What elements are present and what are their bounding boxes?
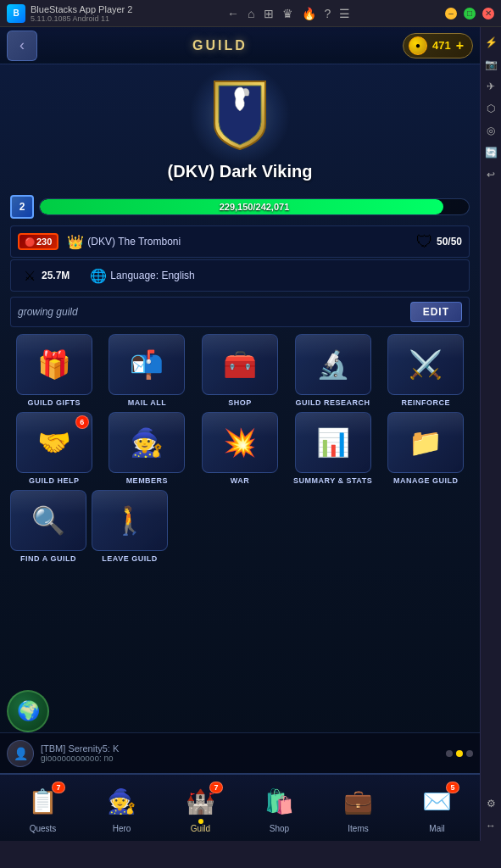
find-guild-label: FIND A GUILD xyxy=(20,554,76,563)
summary-stats-button[interactable]: 📊 SUMMARY & STATS xyxy=(289,412,377,485)
nav-back-icon[interactable]: ← xyxy=(227,7,239,20)
members-icon-wrap: 🧙 xyxy=(109,412,185,473)
tab-guild[interactable]: 🏰 7 Guild xyxy=(175,780,226,837)
xp-bar: 229,150/242,071 xyxy=(39,198,470,215)
menu-icon[interactable]: ☰ xyxy=(339,7,350,20)
sidebar-btn-refresh[interactable]: 🔄 xyxy=(482,144,499,161)
mail-icon: 📬 xyxy=(130,348,164,381)
items-icon: 💼 xyxy=(343,787,373,815)
members-button[interactable]: 🧙 MEMBERS xyxy=(103,412,192,485)
find-guild-icon-wrap: 🔍 xyxy=(10,490,86,551)
guild-language: Language: English xyxy=(110,270,462,281)
sidebar-btn-flight[interactable]: ✈ xyxy=(482,78,499,95)
guild-label: Guild xyxy=(191,824,210,833)
sidebar-btn-settings[interactable]: ⚙ xyxy=(482,795,499,812)
members-icon: 🧙 xyxy=(130,426,164,459)
manage-guild-button[interactable]: 📁 MANAGE GUILD xyxy=(381,412,470,485)
swords-icon: ⚔ xyxy=(18,264,42,287)
summary-stats-label: SUMMARY & STATS xyxy=(293,476,372,485)
guild-research-button[interactable]: 🔬 GUILD RESEARCH xyxy=(289,334,377,407)
summary-icon-wrap: 📊 xyxy=(295,412,371,473)
add-coins-button[interactable]: + xyxy=(456,38,464,53)
world-map-button[interactable]: 🌍 xyxy=(7,690,49,732)
minimize-button[interactable]: – xyxy=(445,8,457,19)
shop-button[interactable]: 🧰 SHOP xyxy=(196,334,284,407)
help-icon[interactable]: ? xyxy=(325,7,331,20)
chat-message: giooooooooooo: no xyxy=(41,754,439,763)
war-label: WAR xyxy=(231,476,250,485)
reinforce-button[interactable]: ⚔️ REINFORCE xyxy=(381,334,470,407)
guild-emblem-area: (DKV) Dark Viking xyxy=(10,73,470,188)
edit-button[interactable]: EDIT xyxy=(410,302,462,322)
chat-text: [TBM] Serenity5: K giooooooooooo: no xyxy=(41,743,439,763)
chat-dot-2 xyxy=(456,750,463,757)
guild-info-table: 🔴 230 👑 (DKV) The Tromboni 🛡 50/50 ⚔ 25.… xyxy=(10,225,470,292)
coin-display: ● 471 + xyxy=(403,33,473,58)
leave-guild-button[interactable]: 🚶 LEAVE GUILD xyxy=(92,490,168,563)
reinforce-icon-wrap: ⚔️ xyxy=(387,334,464,395)
guild-research-icon-wrap: 🔬 xyxy=(295,334,371,395)
tab-items[interactable]: 💼 Items xyxy=(333,780,384,837)
guild-emblem xyxy=(198,73,282,158)
mail-tab-badge: 5 xyxy=(446,782,459,793)
handshake-icon: 🤝 xyxy=(37,426,71,459)
guild-shield-icon xyxy=(206,77,274,153)
reinforce-label: REINFORCE xyxy=(401,398,450,407)
titlebar-center: ← ⌂ ⊞ ♛ 🔥 ? ☰ xyxy=(227,7,350,20)
members-label: MEMBERS xyxy=(126,476,169,485)
guild-active-indicator xyxy=(198,819,203,824)
tab-quests[interactable]: 📋 7 Quests xyxy=(18,780,69,837)
right-sidebar: ⚡ 📷 ✈ ⬡ ◎ 🔄 ↩ ⚙ ↔ xyxy=(480,27,501,841)
guild-help-label: GUILD HELP xyxy=(29,476,80,485)
titlebar: B BlueStacks App Player 2 5.11.0.1085 An… xyxy=(0,0,501,27)
shop-tab-icon-wrap: 🛍️ xyxy=(261,783,298,821)
guild-level-badge: 2 xyxy=(10,195,34,219)
tab-shop[interactable]: 🛍️ Shop xyxy=(254,780,305,837)
fire-icon[interactable]: 🔥 xyxy=(302,7,316,20)
stats-icon: 📊 xyxy=(316,426,350,459)
guild-help-button[interactable]: 6 🤝 GUILD HELP xyxy=(10,412,98,485)
game-topbar: ‹ GUILD ● 471 + xyxy=(0,27,480,64)
mail-all-button[interactable]: 📬 MAIL ALL xyxy=(103,334,192,407)
guild-description-row: growing guild EDIT xyxy=(10,297,470,327)
mail-tab-icon-wrap: ✉️ 5 xyxy=(419,783,456,821)
crown-icon[interactable]: ♛ xyxy=(282,7,293,20)
guild-gifts-button[interactable]: 🎁 GUILD GIFTS xyxy=(10,334,98,407)
titlebar-right: – □ ✕ xyxy=(445,8,494,19)
quests-icon-wrap: 📋 7 xyxy=(25,783,62,821)
guild-tab-icon-wrap: 🏰 7 xyxy=(182,783,220,821)
war-icon: 💥 xyxy=(223,426,257,459)
back-button[interactable]: ‹ xyxy=(7,31,37,61)
shop-icon: 🧰 xyxy=(223,348,257,381)
maximize-button[interactable]: □ xyxy=(464,8,476,19)
titlebar-left: B BlueStacks App Player 2 5.11.0.1085 An… xyxy=(7,4,132,23)
nav-apps-icon[interactable]: ⊞ xyxy=(264,7,274,20)
crown-icon: 👑 xyxy=(64,230,87,253)
shop-tab-icon: 🛍️ xyxy=(264,787,294,815)
chat-sender: [TBM] Serenity5: K xyxy=(41,743,439,754)
chat-dot-1 xyxy=(446,750,453,757)
hero-icon: 🧙 xyxy=(107,787,136,815)
war-button[interactable]: 💥 WAR xyxy=(196,412,284,485)
nav-home-icon[interactable]: ⌂ xyxy=(248,7,254,20)
sidebar-btn-back[interactable]: ↩ xyxy=(482,166,499,183)
sidebar-btn-hexagon[interactable]: ⬡ xyxy=(482,100,499,117)
items-icon-wrap: 💼 xyxy=(340,783,377,821)
close-button[interactable]: ✕ xyxy=(482,8,494,19)
titlebar-appname: BlueStacks App Player 2 xyxy=(31,4,132,14)
action-row-3: 🔍 FIND A GUILD 🚶 LEAVE GUILD xyxy=(10,490,470,563)
sidebar-btn-volume[interactable]: ⚡ xyxy=(482,34,499,51)
shop-icon-wrap: 🧰 xyxy=(202,334,278,395)
tab-hero[interactable]: 🧙 Hero xyxy=(97,780,148,837)
leave-icon: 🚶 xyxy=(113,504,147,537)
find-guild-button[interactable]: 🔍 FIND A GUILD xyxy=(10,490,86,563)
guild-content: (DKV) Dark Viking 2 229,150/242,071 🔴 23… xyxy=(0,64,480,576)
tab-mail[interactable]: ✉️ 5 Mail xyxy=(412,780,463,837)
sidebar-btn-camera[interactable]: 📷 xyxy=(482,56,499,73)
mail-all-label: MAIL ALL xyxy=(128,398,167,407)
war-icon-wrap: 💥 xyxy=(202,412,278,473)
sidebar-btn-target[interactable]: ◎ xyxy=(482,122,499,139)
guild-help-badge: 6 xyxy=(75,415,89,429)
sidebar-btn-arrow[interactable]: ↔ xyxy=(482,817,499,834)
reinforce-icon: ⚔️ xyxy=(409,348,443,381)
